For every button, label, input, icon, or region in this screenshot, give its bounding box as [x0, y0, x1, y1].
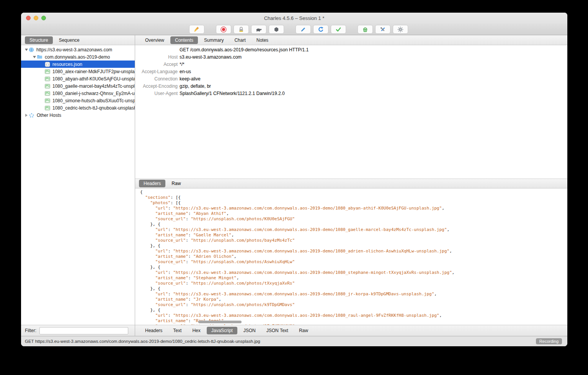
- recording-badge[interactable]: Recording: [536, 338, 562, 344]
- header-value: en-us: [180, 69, 191, 74]
- tree-item-com-donnywals-aos-2019-demo[interactable]: com.donnywals.aos-2019-demo: [21, 53, 135, 61]
- body-code-line: "url": "https://s3.eu-west-3.amazonaws.c…: [140, 291, 567, 297]
- top-tab-bar: StructureSequence OverviewContentsSummar…: [21, 35, 567, 45]
- image-icon: [45, 106, 50, 110]
- body-tab-hex[interactable]: Hex: [188, 327, 205, 334]
- tree-item-label: com.donnywals.aos-2019-demo: [45, 54, 110, 60]
- gear-icon: [397, 26, 404, 33]
- body-code-line: "source_url": "https://unsplash.com/phot…: [140, 259, 567, 265]
- body-tab-json-text[interactable]: JSON Text: [262, 327, 293, 334]
- tree-item-label: 1080_simone-hutsch-albuSXuu0Tc-unsplash.…: [52, 98, 135, 103]
- image-icon: [45, 77, 50, 81]
- check-icon: [335, 26, 342, 33]
- broom-icon: [193, 26, 200, 33]
- header-value: keep-alive: [180, 76, 201, 82]
- tree-item-resources-json[interactable]: {}resources.json: [21, 61, 135, 68]
- tree-item-1080-gaelle-marcel-bay4zms4ztc-unsplash-[interactable]: 1080_gaelle-marcel-bay4zMs4zTc-unsplash.…: [21, 82, 135, 90]
- tree-item-1080-abyan-athif-k0u0esajfgu-unsplash-jp[interactable]: 1080_abyan-athif-K0U0eSAjFGU-unsplash.jp…: [21, 75, 135, 82]
- toolbar: [21, 23, 567, 35]
- compose-button[interactable]: [296, 25, 311, 34]
- response-tab-headers[interactable]: Headers: [139, 180, 165, 187]
- tree-item-1080-daniel-j-schwarz-qhnsv-ey2ma-unspla[interactable]: 1080_daniel-j-schwarz-Qhnsv_Ey2mA-unspla…: [21, 90, 135, 97]
- body-code-line: }, {: [140, 286, 567, 291]
- main-tab-chart[interactable]: Chart: [230, 36, 250, 44]
- body-code-line: {: [140, 190, 567, 195]
- body-code-line: "url": "https://s3.eu-west-3.amazonaws.c…: [140, 227, 567, 233]
- charles-window: Charles 4.5.6 – Session 1 * StructureSeq…: [21, 13, 567, 346]
- header-value: SplashGallery/1 CFNetwork/1121.2.1 Darwi…: [180, 91, 285, 96]
- breakpoints-button[interactable]: [269, 25, 284, 34]
- clear-session-button[interactable]: [189, 25, 204, 34]
- sidebar-divider[interactable]: [135, 35, 135, 336]
- content-area: https://s3.eu-west-3.amazonaws.comcom.do…: [21, 45, 567, 325]
- body-tab-json[interactable]: JSON: [239, 327, 260, 334]
- tree-item-label: https://s3.eu-west-3.amazonaws.com: [36, 47, 112, 52]
- globe-icon: [29, 47, 34, 52]
- turtle-icon: [255, 26, 263, 33]
- body-code-line: "artist_name": "Stephane Mingot",: [140, 275, 567, 281]
- record-button[interactable]: [216, 25, 231, 34]
- validate-button[interactable]: [331, 25, 346, 34]
- tools-button[interactable]: [375, 25, 390, 34]
- window-title: Charles 4.5.6 – Session 1 *: [21, 15, 567, 21]
- body-code-line: "artist_name": "Gaelle Marcel",: [140, 233, 567, 238]
- disclosure-open-icon[interactable]: [25, 49, 28, 51]
- header-name: User-Agent: [135, 91, 178, 96]
- throttling-button[interactable]: [251, 25, 266, 34]
- main-tab-summary[interactable]: Summary: [199, 36, 228, 44]
- body-code-line: "photos": [{: [140, 200, 567, 206]
- settings-button[interactable]: [393, 25, 408, 34]
- tree-item-label: Other Hosts: [37, 113, 61, 118]
- body-tab-raw[interactable]: Raw: [294, 327, 313, 334]
- body-code-line: "url": "https://s3.eu-west-3.amazonaws.c…: [140, 313, 567, 318]
- header-value: */*: [180, 62, 185, 67]
- tree-item-label: 1080_daniel-j-schwarz-Qhnsv_Ey2mA-unspla…: [52, 91, 135, 96]
- body-code-line: "artist_name": "Adrien Olichon",: [140, 254, 567, 259]
- host-tree: https://s3.eu-west-3.amazonaws.comcom.do…: [21, 46, 135, 119]
- basket-button[interactable]: [358, 25, 373, 34]
- main-tab-notes[interactable]: Notes: [252, 36, 273, 44]
- tree-item-https-s3-eu-west-3-amazonaws-com[interactable]: https://s3.eu-west-3.amazonaws.com: [21, 46, 135, 53]
- header-name: Accept-Encoding: [135, 84, 178, 89]
- ssl-proxying-button[interactable]: [234, 25, 249, 34]
- status-text: GET https://s3.eu-west-3.amazonaws.com/c…: [25, 339, 260, 344]
- body-code-line: "url": "https://s3.eu-west-3.amazonaws.c…: [140, 206, 567, 211]
- main-tab-overview[interactable]: Overview: [140, 36, 169, 44]
- response-tab-raw[interactable]: Raw: [167, 180, 185, 187]
- body-tab-text[interactable]: Text: [168, 327, 186, 334]
- image-icon: [45, 69, 50, 74]
- tree-item-1080-cedric-letsch-ttj-qnuboak-unsplash-[interactable]: 1080_cedric-letsch-ttJ-qnuboak-unsplash.…: [21, 104, 135, 111]
- sidebar-tab-structure[interactable]: Structure: [25, 36, 53, 44]
- tree-item-1080-alex-rainer-mdkfjutf2pw-unsplash-jp[interactable]: 1080_alex-rainer-MdkFJUTF2pw-unsplash.jp…: [21, 68, 135, 75]
- tree-item-other-hosts[interactable]: Other Hosts: [21, 111, 135, 119]
- body-tab-headers[interactable]: Headers: [140, 327, 167, 334]
- filter-input[interactable]: [39, 327, 128, 334]
- main-tab-contents[interactable]: Contents: [170, 36, 198, 44]
- record-icon: [220, 26, 227, 33]
- bottom-bar: Filter: HeadersTextHexJavaScriptJSONJSON…: [21, 325, 567, 336]
- status-bar: GET https://s3.eu-west-3.amazonaws.com/c…: [21, 336, 567, 346]
- disclosure-open-icon[interactable]: [33, 56, 36, 58]
- body-code-line: "source_url": "https://unsplash.com/phot…: [140, 216, 567, 222]
- horizontal-scrollbar[interactable]: [198, 321, 242, 323]
- body-tab-javascript[interactable]: JavaScript: [207, 327, 237, 334]
- refresh-icon: [317, 26, 324, 33]
- structure-sidebar: https://s3.eu-west-3.amazonaws.comcom.do…: [21, 45, 135, 325]
- svg-text:{}: {}: [46, 63, 49, 66]
- sidebar-tab-sequence[interactable]: Sequence: [54, 36, 84, 44]
- response-body-pane: { "sections": [{ "photos": [{ "url": "ht…: [135, 188, 567, 325]
- tree-item-label: 1080_alex-rainer-MdkFJUTF2pw-unsplash.jp…: [52, 69, 135, 74]
- repeat-button[interactable]: [313, 25, 328, 34]
- titlebar[interactable]: Charles 4.5.6 – Session 1 *: [21, 13, 567, 23]
- hexagon-icon: [273, 26, 280, 33]
- disclosure-closed-icon[interactable]: [25, 114, 28, 117]
- image-icon: [45, 98, 50, 103]
- json-doc-icon: {}: [45, 62, 50, 67]
- header-name: Accept: [135, 62, 178, 67]
- tree-item-1080-simone-hutsch-albusxuu0tc-unsplash-[interactable]: 1080_simone-hutsch-albuSXuu0Tc-unsplash.…: [21, 97, 135, 104]
- tree-item-label: 1080_gaelle-marcel-bay4zMs4zTc-unsplash.…: [52, 84, 135, 89]
- body-code-line: }, {: [140, 265, 567, 270]
- body-code-line: "source_url": "https://unsplash.com/phot…: [140, 238, 567, 243]
- tree-item-label: 1080_cedric-letsch-ttJ-qnuboak-unsplash.…: [52, 105, 135, 111]
- body-code-line: "sections": [{: [140, 195, 567, 200]
